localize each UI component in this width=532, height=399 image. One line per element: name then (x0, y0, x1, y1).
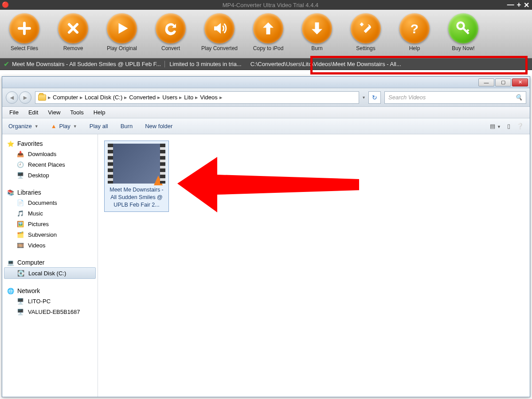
pictures-icon: 🖼️ (16, 220, 24, 227)
close-button[interactable]: ✕ (524, 1, 529, 9)
navigation-pane: ⭐Favorites📥Downloads🕘Recent Places🖥️Desk… (2, 134, 98, 397)
nav-group-favorites[interactable]: ⭐Favorites (4, 139, 96, 149)
breadcrumb-lito[interactable]: Lito (184, 94, 193, 101)
nav-group-libraries[interactable]: 📚Libraries (4, 188, 96, 197)
select-files-button[interactable]: Select Files (4, 13, 44, 58)
nav-item-local-disk-c-[interactable]: 💽Local Disk (C:) (4, 267, 96, 279)
computer-icon: 💻 (7, 259, 15, 266)
play-converted-button[interactable]: Play Converted (200, 13, 239, 58)
view-button[interactable]: ▤ ▼ (490, 123, 501, 129)
downloads-icon: 📥 (16, 150, 24, 157)
menu-help[interactable]: Help (94, 109, 106, 116)
status-path: C:\Converted\Users\Lito\Videos\Meet Me D… (246, 61, 532, 67)
valued-eb-b--icon: 🖥️ (16, 308, 24, 315)
remove-button[interactable]: Remove (53, 13, 93, 58)
nav-item-subversion[interactable]: 🗂️Subversion (4, 229, 96, 240)
nav-item-videos[interactable]: 🎞️Videos (4, 240, 96, 250)
subversion-icon: 🗂️ (16, 231, 24, 238)
nav-item-documents[interactable]: 📄Documents (4, 197, 96, 208)
vlc-icon (154, 176, 163, 185)
breadcrumb-computer[interactable]: Computer (53, 94, 78, 101)
back-button[interactable]: ◄ (6, 91, 18, 104)
maximize-button[interactable]: + (517, 1, 521, 9)
menu-bar: FileEditViewToolsHelp (2, 107, 530, 118)
play-button[interactable]: ▲ Play ▼ (51, 123, 77, 129)
nav-group-computer[interactable]: 💻Computer (4, 258, 96, 267)
status-limit: Limited to 3 minutes in tria... (164, 61, 246, 67)
nav-item-desktop[interactable]: 🖥️Desktop (4, 170, 96, 180)
chevron-right-icon: ▸ (124, 94, 127, 101)
search-input[interactable]: Search Videos 🔍 (384, 91, 526, 104)
app-title: MP4-Converter Ultra Video Trial 4.4.4 (9, 2, 532, 8)
breadcrumb-converted[interactable]: Converted (129, 94, 156, 101)
explorer-titlebar: — ▢ ✕ (2, 77, 530, 88)
app-toolbar: Select FilesRemovePlay OriginalConvertPl… (0, 10, 532, 59)
breadcrumb-videos[interactable]: Videos (200, 94, 218, 101)
preview-pane-button[interactable]: ▯ (507, 123, 510, 129)
recent-places-icon: 🕘 (16, 161, 24, 168)
menu-file[interactable]: File (9, 109, 19, 116)
file-item[interactable]: Meet Me Downstairs - All Sudden Smiles @… (104, 141, 169, 212)
favorites-icon: ⭐ (7, 140, 15, 147)
play-original-button[interactable]: Play Original (102, 13, 142, 58)
explorer-window: — ▢ ✕ ◄ ► ▸ Computer▸Local Disk (C:)▸Con… (2, 76, 530, 397)
address-bar[interactable]: ▸ Computer▸Local Disk (C:)▸Converted▸Use… (35, 91, 359, 104)
plus-icon (9, 13, 39, 43)
explorer-maximize-button[interactable]: ▢ (495, 78, 511, 86)
chevron-right-icon: ▸ (179, 94, 182, 101)
refresh-button[interactable]: ↻ (368, 91, 381, 104)
help-button[interactable]: ❔ (516, 123, 524, 129)
new-folder-button[interactable]: New folder (145, 123, 172, 129)
nav-item-music[interactable]: 🎵Music (4, 208, 96, 219)
x-icon (58, 13, 88, 43)
content-pane: Meet Me Downstairs - All Sudden Smiles @… (98, 134, 530, 397)
file-thumbnail (108, 144, 165, 184)
tools-icon (351, 13, 381, 43)
menu-edit[interactable]: Edit (28, 109, 38, 116)
sound-icon (204, 13, 235, 43)
menu-tools[interactable]: Tools (70, 109, 83, 116)
chevron-right-icon: ▸ (195, 94, 198, 101)
breadcrumb-users[interactable]: Users (162, 94, 177, 101)
help-button[interactable]: ?Help (395, 13, 434, 58)
explorer-close-button[interactable]: ✕ (512, 78, 528, 86)
question-icon: ? (399, 13, 430, 43)
nav-item-valued-eb-b-[interactable]: 🖥️VALUED-EB5B1687 (4, 306, 96, 317)
buy-now--button[interactable]: Buy Now! (443, 13, 483, 58)
app-icon: 🔴 (2, 1, 9, 8)
svg-text:?: ? (411, 21, 419, 36)
status-bar: ✔ Meet Me Downstairs - All Sudden Smiles… (0, 59, 532, 70)
minimize-button[interactable]: — (507, 1, 514, 9)
burn-button[interactable]: Burn (297, 13, 337, 58)
play-all-button[interactable]: Play all (90, 123, 108, 129)
chevron-right-icon: ▸ (80, 94, 83, 101)
documents-icon: 📄 (16, 199, 24, 206)
menu-view[interactable]: View (48, 109, 60, 116)
search-icon: 🔍 (515, 94, 522, 101)
command-bar: Organize ▼ ▲ Play ▼ Play all Burn New fo… (2, 118, 530, 134)
play-icon (107, 13, 137, 43)
search-placeholder: Search Videos (388, 94, 426, 101)
local-disk-c--icon: 💽 (17, 270, 25, 277)
settings-button[interactable]: Settings (346, 13, 386, 58)
check-icon: ✔ (4, 60, 9, 68)
burn-button[interactable]: Burn (121, 123, 133, 129)
convert-button[interactable]: Convert (151, 13, 191, 58)
nav-group-network[interactable]: 🌐Network (4, 286, 96, 296)
forward-button[interactable]: ► (19, 91, 31, 104)
folder-icon (38, 94, 46, 101)
nav-item-pictures[interactable]: 🖼️Pictures (4, 219, 96, 229)
organize-button[interactable]: Organize ▼ (8, 123, 39, 129)
desktop-icon: 🖥️ (16, 172, 24, 179)
nav-item-recent-places[interactable]: 🕘Recent Places (4, 159, 96, 170)
copy-to-ipod-button[interactable]: Copy to iPod (248, 13, 288, 58)
file-name: Meet Me Downstairs - All Sudden Smiles @… (107, 186, 166, 209)
explorer-minimize-button[interactable]: — (478, 78, 494, 86)
breadcrumb-local-disk-c-[interactable]: Local Disk (C:) (85, 94, 122, 101)
nav-item-lito-pc[interactable]: 🖥️LITO-PC (4, 296, 96, 306)
status-file: Meet Me Downstairs - All Sudden Smiles @… (12, 61, 161, 67)
chevron-right-icon: ▸ (157, 94, 160, 101)
network-icon: 🌐 (7, 287, 15, 294)
nav-item-downloads[interactable]: 📥Downloads (4, 149, 96, 159)
videos-icon: 🎞️ (16, 242, 24, 249)
